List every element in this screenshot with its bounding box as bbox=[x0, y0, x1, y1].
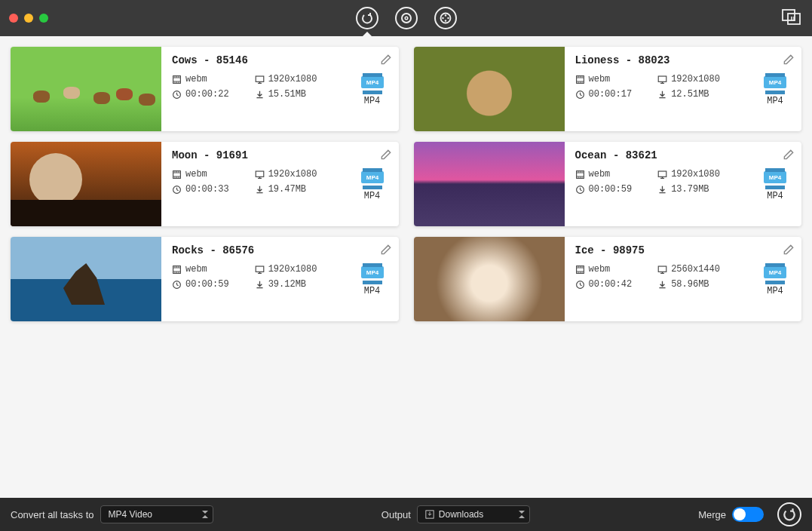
download-icon bbox=[255, 90, 265, 100]
video-thumbnail bbox=[414, 142, 565, 226]
clock-icon bbox=[575, 90, 585, 100]
resolution: 1920x1080 bbox=[657, 169, 744, 180]
edit-task-button[interactable] bbox=[379, 243, 393, 256]
output-format-label: MP4 bbox=[364, 96, 381, 106]
mp4-badge-icon bbox=[762, 72, 788, 94]
clock-icon bbox=[172, 185, 182, 195]
film-icon bbox=[575, 75, 585, 84]
duration: 00:00:33 bbox=[172, 184, 253, 195]
monitor-icon bbox=[255, 170, 265, 180]
duration: 00:00:22 bbox=[172, 89, 253, 100]
film-icon bbox=[172, 170, 182, 180]
merge-label: Merge bbox=[698, 509, 726, 520]
output-format-label: MP4 bbox=[364, 286, 381, 296]
film-icon bbox=[172, 265, 182, 275]
resolution: 1920x1080 bbox=[255, 264, 342, 275]
convert-format-select[interactable]: MP4 Video bbox=[100, 505, 213, 523]
edit-task-button[interactable] bbox=[782, 53, 795, 66]
output-label: Output bbox=[381, 509, 411, 520]
edit-task-button[interactable] bbox=[379, 148, 393, 161]
convert-all-label: Convert all tasks to bbox=[11, 509, 94, 520]
task-list: Cows - 85146 webm 1920x1080 00:00:22 15.… bbox=[0, 36, 812, 332]
task-info: Ocean - 83621 webm 1920x1080 00:00:59 13… bbox=[565, 142, 755, 226]
tab-download[interactable] bbox=[395, 7, 418, 29]
resolution: 1920x1080 bbox=[255, 74, 342, 84]
file-size: 39.12MB bbox=[255, 279, 342, 290]
task-title: Rocks - 86576 bbox=[172, 244, 342, 256]
pencil-icon bbox=[379, 53, 393, 66]
monitor-icon bbox=[255, 75, 265, 84]
file-size: 19.47MB bbox=[255, 184, 342, 195]
task-title: Cows - 85146 bbox=[172, 54, 342, 66]
file-size: 58.96MB bbox=[657, 279, 744, 290]
task-card[interactable]: Lioness - 88023 webm 1920x1080 00:00:17 … bbox=[414, 47, 802, 131]
monitor-icon bbox=[657, 170, 667, 180]
clock-icon bbox=[575, 280, 585, 290]
task-info: Rocks - 86576 webm 1920x1080 00:00:59 39… bbox=[161, 237, 352, 321]
file-size: 13.79MB bbox=[657, 184, 744, 195]
minimize-window-button[interactable] bbox=[24, 14, 33, 23]
duration: 00:00:59 bbox=[172, 279, 253, 290]
video-thumbnail bbox=[11, 47, 161, 131]
close-window-button[interactable] bbox=[9, 14, 18, 23]
window-controls bbox=[9, 14, 48, 23]
source-format: webm bbox=[575, 169, 657, 180]
film-icon bbox=[172, 75, 182, 84]
task-info: Lioness - 88023 webm 1920x1080 00:00:17 … bbox=[565, 47, 755, 131]
resolution: 1920x1080 bbox=[255, 169, 342, 180]
mp4-badge-icon bbox=[762, 167, 788, 189]
file-size: 15.51MB bbox=[255, 89, 342, 100]
download-icon bbox=[255, 280, 265, 290]
monitor-icon bbox=[657, 75, 667, 84]
download-icon bbox=[657, 90, 667, 100]
task-title: Lioness - 88023 bbox=[575, 54, 745, 66]
edit-task-button[interactable] bbox=[379, 53, 393, 66]
task-title: Ocean - 83621 bbox=[575, 149, 745, 161]
video-thumbnail bbox=[11, 237, 161, 321]
tab-convert[interactable] bbox=[356, 7, 378, 29]
download-icon bbox=[657, 280, 667, 290]
task-title: Moon - 91691 bbox=[172, 149, 342, 161]
edit-task-button[interactable] bbox=[782, 148, 795, 161]
footer-bar: Convert all tasks to MP4 Video Output Do… bbox=[0, 498, 812, 531]
monitor-icon bbox=[255, 265, 265, 275]
task-card[interactable]: Moon - 91691 webm 1920x1080 00:00:33 19.… bbox=[11, 142, 399, 226]
source-format: webm bbox=[172, 264, 253, 275]
monitor-icon bbox=[657, 265, 667, 275]
video-thumbnail bbox=[414, 47, 565, 131]
mp4-badge-icon bbox=[360, 72, 385, 94]
titlebar bbox=[0, 0, 812, 36]
video-thumbnail bbox=[11, 142, 161, 226]
toolbar-tabs bbox=[356, 7, 457, 29]
pencil-icon bbox=[782, 148, 795, 161]
task-card[interactable]: Cows - 85146 webm 1920x1080 00:00:22 15.… bbox=[11, 47, 399, 131]
output-format-label: MP4 bbox=[767, 286, 783, 296]
duration: 00:00:17 bbox=[575, 89, 657, 100]
mp4-badge-icon bbox=[360, 167, 385, 189]
video-thumbnail bbox=[414, 237, 565, 321]
resolution: 2560x1440 bbox=[657, 264, 744, 275]
edit-task-button[interactable] bbox=[782, 243, 795, 256]
task-info: Cows - 85146 webm 1920x1080 00:00:22 15.… bbox=[161, 47, 352, 131]
maximize-window-button[interactable] bbox=[39, 14, 48, 23]
clock-icon bbox=[172, 280, 182, 290]
task-title: Ice - 98975 bbox=[575, 244, 745, 256]
download-icon bbox=[657, 185, 667, 195]
mp4-badge-icon bbox=[360, 262, 385, 284]
media-library-button[interactable] bbox=[782, 7, 801, 29]
task-card[interactable]: Ocean - 83621 webm 1920x1080 00:00:59 13… bbox=[414, 142, 802, 226]
tab-burn[interactable] bbox=[434, 7, 457, 29]
pencil-icon bbox=[379, 148, 393, 161]
task-card[interactable]: Rocks - 86576 webm 1920x1080 00:00:59 39… bbox=[11, 237, 399, 321]
merge-toggle[interactable] bbox=[732, 507, 764, 522]
output-format-label: MP4 bbox=[767, 191, 783, 201]
file-size: 12.51MB bbox=[657, 89, 744, 100]
output-format-label: MP4 bbox=[767, 96, 783, 106]
duration: 00:00:59 bbox=[575, 184, 657, 195]
task-info: Ice - 98975 webm 2560x1440 00:00:42 58.9… bbox=[565, 237, 755, 321]
resolution: 1920x1080 bbox=[657, 74, 744, 84]
task-card[interactable]: Ice - 98975 webm 2560x1440 00:00:42 58.9… bbox=[414, 237, 802, 321]
source-format: webm bbox=[172, 74, 253, 84]
output-folder-select[interactable]: Downloads bbox=[417, 505, 530, 523]
start-conversion-button[interactable] bbox=[777, 502, 801, 526]
